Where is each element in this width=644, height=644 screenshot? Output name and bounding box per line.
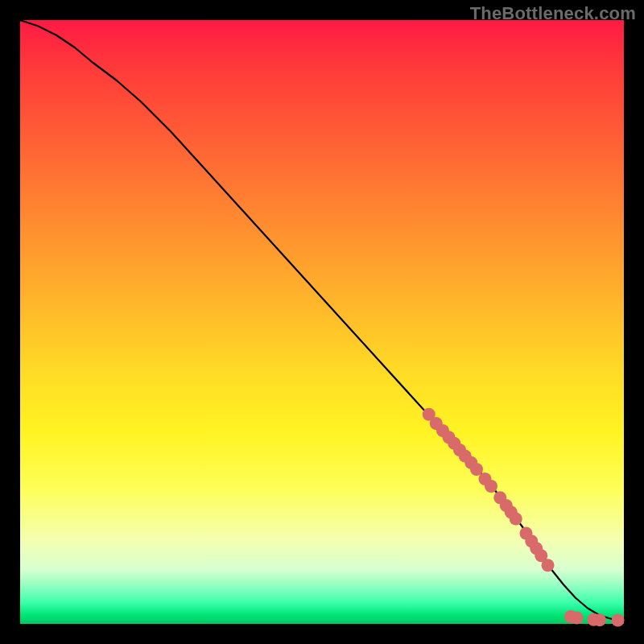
data-marker <box>571 612 584 625</box>
data-marker <box>485 480 497 493</box>
data-marker <box>612 614 625 627</box>
plot-area <box>20 20 624 624</box>
curve-line <box>20 20 624 621</box>
chart-container: TheBottleneck.com <box>0 0 644 644</box>
data-marker <box>510 513 522 526</box>
marker-group <box>423 408 625 627</box>
chart-svg <box>20 20 624 624</box>
data-marker <box>593 613 606 626</box>
data-marker <box>542 559 555 572</box>
data-marker <box>470 463 483 476</box>
